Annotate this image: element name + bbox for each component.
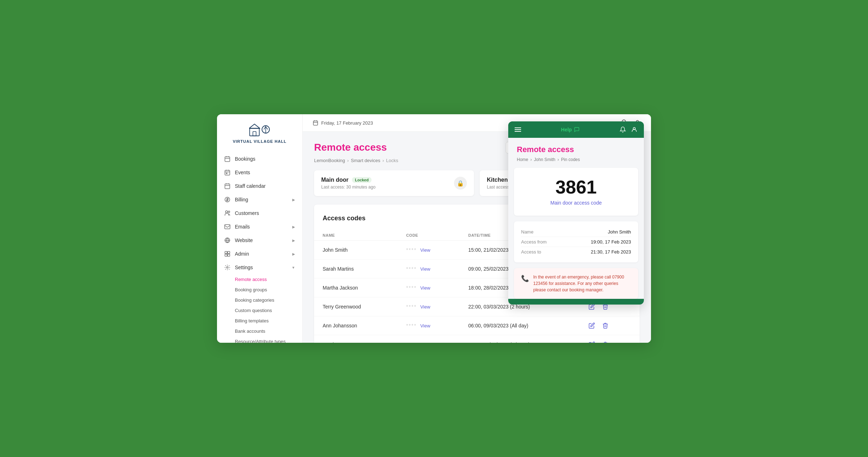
overlay-breadcrumb-john[interactable]: John Smith (534, 157, 555, 162)
breadcrumb-smart-devices[interactable]: Smart devices (351, 158, 380, 163)
view-link-4[interactable]: View (420, 323, 430, 328)
current-date: Friday, 17 February 2023 (321, 120, 373, 126)
overlay-help-link[interactable]: Help (561, 127, 580, 132)
sidebar-item-bookings-label: Bookings (235, 156, 256, 162)
overlay-page-title: Remote access (508, 138, 644, 157)
col-code: CODE (398, 230, 460, 241)
breadcrumb-sep1: › (347, 158, 349, 163)
cell-options-5 (578, 335, 640, 343)
svg-rect-11 (225, 184, 230, 189)
subnav-billing-templates[interactable]: Billing templates (235, 316, 302, 326)
cell-name-0: John Smith (314, 241, 398, 260)
access-to-label: Access to (521, 249, 541, 255)
sidebar-item-settings[interactable]: Settings ▼ (217, 261, 302, 274)
cell-code-3: **** View (398, 297, 460, 316)
detail-access-from-row: Access from 19:00, 17 Feb 2023 (521, 237, 631, 247)
svg-rect-18 (228, 251, 230, 253)
hamburger-menu[interactable] (515, 127, 521, 132)
main-door-lock-icon[interactable]: 🔒 (454, 177, 467, 190)
pin-number: 3861 (521, 178, 631, 196)
chat-icon (574, 127, 580, 132)
hamburger-line2 (515, 129, 521, 130)
overlay-breadcrumb-home[interactable]: Home (517, 157, 528, 162)
sidebar-item-website[interactable]: Website ▶ (217, 233, 302, 247)
svg-rect-15 (225, 225, 230, 229)
topbar-date: Friday, 17 February 2023 (313, 120, 373, 126)
details-card: Name John Smith Access from 19:00, 17 Fe… (514, 221, 638, 262)
sidebar-item-billing[interactable]: Billing ▶ (217, 193, 302, 206)
svg-rect-26 (313, 121, 318, 125)
sidebar-item-admin-label: Admin (235, 251, 249, 257)
sidebar-item-settings-label: Settings (235, 265, 253, 270)
subnav-booking-categories[interactable]: Booking categories (235, 295, 302, 305)
table-row: Jo Shaw **** View 12:00, 14/03/2023 (6 h… (314, 335, 640, 343)
main-door-info: Main door Locked Last access: 30 minutes… (321, 177, 375, 190)
sidebar-item-staff-calendar-label: Staff calendar (235, 183, 266, 189)
name-value: John Smith (608, 229, 631, 235)
subnav-custom-questions[interactable]: Custom questions (235, 305, 302, 316)
overlay-content: Remote access Home › John Smith › Pin co… (508, 138, 644, 299)
edit-icon-4[interactable] (587, 321, 597, 331)
breadcrumb-lemonbooking[interactable]: LemonBooking (314, 158, 345, 163)
svg-rect-19 (225, 254, 227, 256)
svg-rect-20 (228, 254, 230, 256)
sidebar-item-website-label: Website (235, 237, 253, 243)
subnav-booking-groups[interactable]: Booking groups (235, 285, 302, 295)
pin-label[interactable]: Main door access code (521, 200, 631, 206)
subnav-bank-accounts[interactable]: Bank accounts (235, 326, 302, 336)
access-from-label: Access from (521, 239, 547, 245)
sidebar-item-emails-label: Emails (235, 224, 250, 230)
cell-name-4: Ann Johansson (314, 316, 398, 335)
sidebar-item-customers-label: Customers (235, 210, 259, 216)
main-door-title: Main door Locked (321, 177, 375, 183)
cell-code-5: **** View (398, 335, 460, 343)
cell-name-2: Martha Jackson (314, 278, 398, 297)
overlay-topbar: Help (508, 121, 644, 138)
subnav-resource-attribute[interactable]: Resource/Attribute types (235, 336, 302, 343)
overlay-breadcrumb-pin: Pin codes (561, 157, 580, 162)
delete-icon-4[interactable] (600, 321, 610, 331)
edit-icon-5[interactable] (587, 340, 597, 343)
view-link-2[interactable]: View (420, 285, 430, 291)
access-from-value: 19:00, 17 Feb 2023 (591, 239, 631, 245)
billing-arrow: ▶ (292, 198, 295, 202)
table-row: Ann Johansson **** View 06:00, 09/03/202… (314, 316, 640, 335)
overlay-bell-icon[interactable] (620, 126, 626, 133)
view-link-1[interactable]: View (420, 266, 430, 272)
subnav-remote-access[interactable]: Remote access (235, 274, 302, 285)
sidebar-item-events-label: Events (235, 170, 250, 175)
overlay-breadcrumb: Home › John Smith › Pin codes (508, 157, 644, 168)
sidebar-item-customers[interactable]: Customers (217, 206, 302, 220)
phone-icon: 📞 (521, 275, 529, 282)
breadcrumb-sep2: › (382, 158, 384, 163)
overlay-user-icon[interactable] (631, 126, 637, 133)
svg-rect-17 (225, 251, 227, 253)
emergency-card: 📞 In the event of an emergency, please c… (514, 268, 638, 299)
delete-icon-5[interactable] (600, 340, 610, 343)
sidebar-item-bookings[interactable]: Bookings (217, 152, 302, 166)
hamburger-line1 (515, 127, 521, 128)
sidebar-item-staff-calendar[interactable]: Staff calendar (217, 179, 302, 193)
access-to-value: 21:30, 17 Feb 2023 (591, 249, 631, 255)
main-door-last-access: Last access: 30 minutes ago (321, 185, 375, 190)
main-door-badge: Locked (352, 177, 372, 183)
svg-marker-1 (249, 124, 260, 129)
cell-name-1: Sarah Martins (314, 260, 398, 278)
cell-datetime-5: 12:00, 14/03/2023 (6 hours) (460, 335, 578, 343)
sidebar-item-admin[interactable]: Admin ▶ (217, 247, 302, 261)
emails-arrow: ▶ (292, 225, 295, 229)
sidebar-item-emails[interactable]: Emails ▶ (217, 220, 302, 233)
emergency-text: In the event of an emergency, please cal… (533, 274, 631, 293)
name-label: Name (521, 229, 534, 235)
view-link-5[interactable]: View (420, 342, 430, 343)
view-link-0[interactable]: View (420, 247, 430, 253)
calendar-icon (313, 120, 318, 126)
cell-code-2: **** View (398, 278, 460, 297)
cell-datetime-4: 06:00, 09/03/2023 (All day) (460, 316, 578, 335)
cell-name-5: Jo Shaw (314, 335, 398, 343)
svg-rect-0 (249, 129, 259, 136)
sidebar-logo: VIRTUAL VILLAGE HALL (217, 114, 302, 149)
page-title: Remote access (314, 142, 387, 153)
view-link-3[interactable]: View (420, 304, 430, 310)
sidebar-item-events[interactable]: Events (217, 166, 302, 179)
